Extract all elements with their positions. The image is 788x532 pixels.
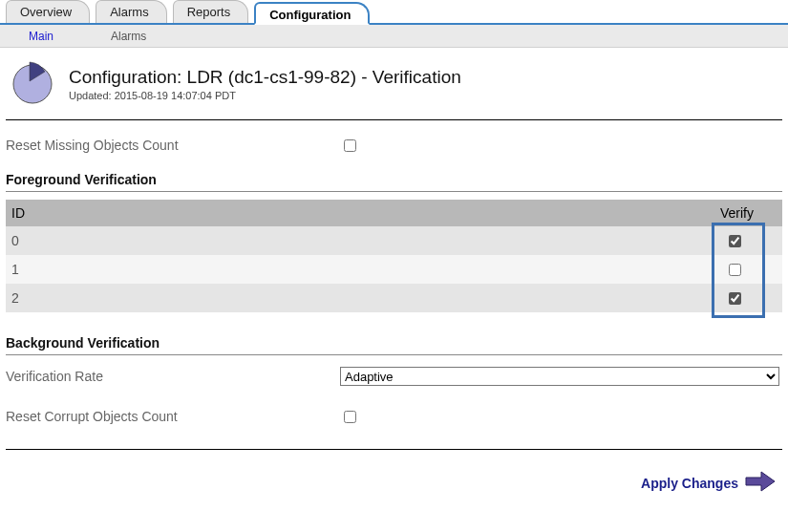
verification-rate-select[interactable]: Adaptive	[340, 367, 779, 386]
reset-missing-label: Reset Missing Objects Count	[6, 138, 340, 153]
background-section-title: Background Verification	[6, 335, 782, 351]
reset-corrupt-label: Reset Corrupt Objects Count	[6, 409, 340, 424]
updated-timestamp: Updated: 2015-08-19 14:07:04 PDT	[69, 90, 461, 101]
apply-changes-row: Apply Changes	[6, 449, 782, 504]
table-row: 1	[6, 255, 782, 284]
fg-row-id: 0	[6, 226, 668, 255]
apply-arrow-icon[interactable]	[744, 469, 777, 497]
pie-chart-icon	[6, 57, 55, 110]
table-row: 2	[6, 284, 782, 312]
reset-missing-row: Reset Missing Objects Count	[6, 132, 782, 159]
reset-corrupt-checkbox[interactable]	[344, 411, 356, 423]
page-title: Configuration: LDR (dc1-cs1-99-82) - Ver…	[69, 67, 461, 88]
fg-header-verify: Verify	[668, 200, 782, 226]
tab-alarms[interactable]: Alarms	[96, 0, 166, 23]
sub-tabs: Main Alarms	[0, 25, 788, 48]
fg-row-verify-checkbox[interactable]	[729, 292, 741, 305]
fg-row-verify-checkbox[interactable]	[729, 264, 741, 276]
fg-header-id: ID	[6, 200, 668, 226]
table-row: 0	[6, 226, 782, 255]
fg-row-verify-checkbox[interactable]	[729, 235, 741, 247]
reset-corrupt-row: Reset Corrupt Objects Count	[6, 403, 782, 430]
tab-reports[interactable]: Reports	[173, 0, 249, 23]
tab-overview[interactable]: Overview	[6, 0, 90, 23]
foreground-section-title: Foreground Verification	[6, 172, 782, 187]
subtab-main[interactable]: Main	[29, 30, 53, 43]
page-header: Configuration: LDR (dc1-cs1-99-82) - Ver…	[0, 48, 788, 116]
verification-rate-label: Verification Rate	[6, 369, 340, 384]
reset-missing-checkbox[interactable]	[344, 139, 356, 152]
main-tabs: Overview Alarms Reports Configuration	[0, 0, 788, 25]
subtab-alarms[interactable]: Alarms	[111, 30, 146, 43]
tab-configuration[interactable]: Configuration	[254, 2, 370, 25]
verification-rate-row: Verification Rate Adaptive	[6, 363, 782, 390]
fg-row-id: 1	[6, 255, 668, 284]
foreground-table: ID Verify 0 1 2	[6, 200, 782, 312]
foreground-table-wrap: ID Verify 0 1 2	[6, 200, 782, 312]
apply-changes-label: Apply Changes	[641, 476, 738, 491]
fg-row-id: 2	[6, 284, 668, 312]
